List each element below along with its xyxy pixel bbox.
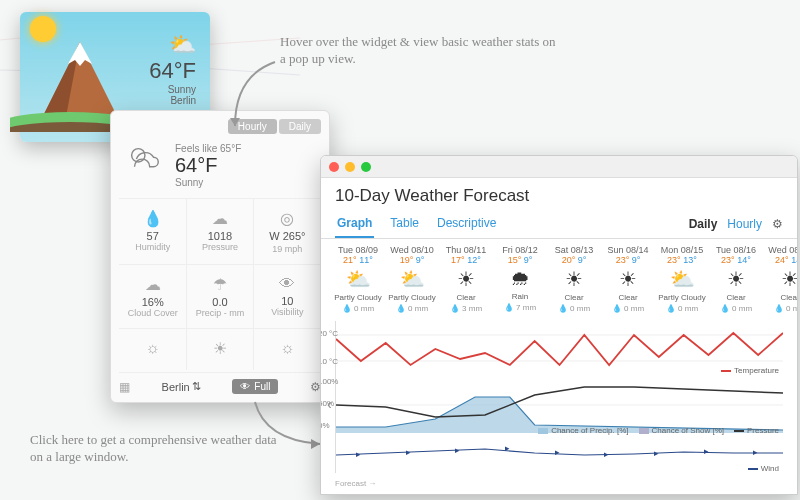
- tab-table[interactable]: Table: [388, 210, 421, 238]
- day-precip: 💧 0 mm: [763, 304, 798, 313]
- tab-daily[interactable]: Daily: [279, 119, 321, 134]
- stat-cell: ☂0.0Precip - mm: [186, 264, 253, 328]
- svg-text:▸: ▸: [505, 443, 510, 453]
- partly-icon: ⛅: [655, 267, 709, 291]
- mode-daily[interactable]: Daily: [689, 217, 718, 231]
- forecast-window: 10-Day Weather Forecast Graph Table Desc…: [320, 155, 798, 495]
- stats-grid: 💧57Humidity☁1018Pressure◎W 265°19 mph☁16…: [119, 198, 321, 370]
- stat-value: 57: [123, 230, 182, 242]
- close-icon[interactable]: [329, 162, 339, 172]
- svg-text:▸: ▸: [455, 445, 460, 455]
- window-titlebar[interactable]: [321, 156, 797, 178]
- day-precip: 💧 0 mm: [655, 304, 709, 313]
- droplet-icon: 💧: [123, 209, 182, 228]
- forecast-day[interactable]: Wed 08/1019° 9°⛅Partly Cloudy💧 0 mm: [385, 245, 439, 313]
- grid-icon[interactable]: ▦: [119, 380, 130, 394]
- stat-cell: ☀: [186, 328, 253, 370]
- day-date: Sun 08/14: [601, 245, 655, 255]
- mode-hourly[interactable]: Hourly: [727, 217, 762, 231]
- day-date: Tue 08/16: [709, 245, 763, 255]
- stat-value: 10: [258, 295, 317, 307]
- sunset-icon: ☼: [258, 339, 317, 357]
- day-precip: 💧 7 mm: [493, 303, 547, 312]
- partly-icon: ⛅: [385, 267, 439, 291]
- forecast-day[interactable]: Mon 08/1523° 13°⛅Partly Cloudy💧 0 mm: [655, 245, 709, 313]
- stat-label: Visibility: [258, 307, 317, 317]
- day-condition: Partly Cloudy: [385, 293, 439, 302]
- forecast-day[interactable]: Wed 08/1724° 14°☀Clear💧 0 mm: [763, 245, 798, 313]
- svg-text:▸: ▸: [753, 447, 758, 457]
- day-condition: Clear: [439, 293, 493, 302]
- stat-value: 0.0: [191, 296, 248, 308]
- day-temps: 15° 9°: [493, 255, 547, 265]
- temperature-chart: 20 °C 10 °C Temperature: [335, 321, 783, 377]
- widget-temperature: 64°F: [149, 58, 196, 84]
- weather-popover: Hourly Daily Feels like 65°F 64°F Sunny …: [110, 110, 330, 403]
- day-precip: 💧 3 mm: [439, 304, 493, 313]
- widget-condition: Sunny: [149, 84, 196, 95]
- popover-temperature: 64°F: [175, 154, 241, 177]
- forecast-day[interactable]: Sat 08/1320° 9°☀Clear💧 0 mm: [547, 245, 601, 313]
- stat-cell: ☼: [254, 328, 321, 370]
- day-condition: Clear: [601, 293, 655, 302]
- forecast-day[interactable]: Sun 08/1423° 9°☀Clear💧 0 mm: [601, 245, 655, 313]
- svg-text:▸: ▸: [555, 447, 560, 457]
- svg-marker-6: [230, 118, 240, 126]
- eye-icon: 👁: [240, 381, 250, 392]
- forecast-day-row: Tue 08/0921° 11°⛅Partly Cloudy💧 0 mmWed …: [321, 239, 797, 317]
- stat-label: Precip - mm: [191, 308, 248, 318]
- day-precip: 💧 0 mm: [331, 304, 385, 313]
- day-precip: 💧 0 mm: [547, 304, 601, 313]
- day-precip: 💧 0 mm: [385, 304, 439, 313]
- svg-text:▸: ▸: [654, 448, 659, 458]
- clear-icon: ☀: [763, 267, 798, 291]
- stat-value: 16%: [123, 296, 182, 308]
- location-select[interactable]: Berlin⇅: [162, 380, 201, 393]
- forecast-day[interactable]: Fri 08/1215° 9°🌧Rain💧 7 mm: [493, 245, 547, 313]
- forecast-day[interactable]: Tue 08/0921° 11°⛅Partly Cloudy💧 0 mm: [331, 245, 385, 313]
- zoom-icon[interactable]: [361, 162, 371, 172]
- stat-label: Cloud Cover: [123, 308, 182, 318]
- feels-like: Feels like 65°F: [175, 143, 241, 154]
- svg-text:▸: ▸: [604, 449, 609, 459]
- precipitation-chart: 100% 50% 0% Chance of Precip. [%] Chance…: [335, 377, 783, 433]
- day-precip: 💧 0 mm: [709, 304, 763, 313]
- rain-icon: 🌧: [493, 267, 547, 290]
- full-button[interactable]: 👁Full: [232, 379, 278, 394]
- cloud-icon: ☁: [123, 275, 182, 294]
- clear-icon: ☀: [709, 267, 763, 291]
- cloud-sun-icon: [125, 142, 163, 188]
- minimize-icon[interactable]: [345, 162, 355, 172]
- updown-icon: ⇅: [192, 380, 201, 393]
- day-date: Sat 08/13: [547, 245, 601, 255]
- day-temps: 23° 9°: [601, 255, 655, 265]
- clear-icon: ☀: [439, 267, 493, 291]
- forecast-day[interactable]: Thu 08/1117° 12°☀Clear💧 3 mm: [439, 245, 493, 313]
- stat-cell: ◎W 265°19 mph: [254, 198, 321, 264]
- forecast-day[interactable]: Tue 08/1623° 14°☀Clear💧 0 mm: [709, 245, 763, 313]
- svg-text:▸: ▸: [406, 447, 411, 457]
- wind-chart: ▸▸▸▸▸▸▸▸▸ Wind: [335, 433, 783, 473]
- tab-descriptive[interactable]: Descriptive: [435, 210, 498, 238]
- gear-icon[interactable]: ⚙: [772, 217, 783, 231]
- umbrella-icon: ☂: [191, 275, 248, 294]
- day-condition: Clear: [709, 293, 763, 302]
- clear-icon: ☀: [547, 267, 601, 291]
- day-temps: 17° 12°: [439, 255, 493, 265]
- clear-icon: ☀: [601, 267, 655, 291]
- stat-label: Pressure: [191, 242, 248, 252]
- day-condition: Rain: [493, 292, 547, 301]
- stat-cell: 💧57Humidity: [119, 198, 186, 264]
- svg-marker-7: [311, 439, 320, 449]
- sun-icon: ☀: [191, 339, 248, 358]
- stat-value: W 265°19 mph: [258, 230, 317, 254]
- cloud-icon: ☁: [191, 209, 248, 228]
- svg-text:▸: ▸: [704, 446, 709, 456]
- compass-icon: ◎: [258, 209, 317, 228]
- day-date: Wed 08/17: [763, 245, 798, 255]
- day-date: Thu 08/11: [439, 245, 493, 255]
- tab-graph[interactable]: Graph: [335, 210, 374, 238]
- day-condition: Clear: [763, 293, 798, 302]
- sunrise-icon: ☼: [123, 339, 182, 357]
- day-condition: Partly Cloudy: [655, 293, 709, 302]
